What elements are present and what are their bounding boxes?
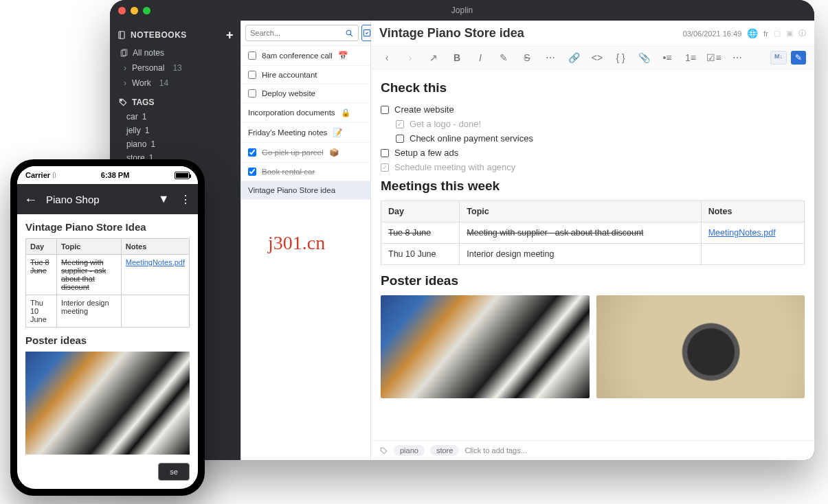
strike-button[interactable]: S xyxy=(519,51,535,65)
note-label: Deploy website xyxy=(262,89,315,98)
note-content[interactable]: Check this Create website✓Get a logo - d… xyxy=(371,69,814,440)
note-emoji-icon: 🔒 xyxy=(341,108,350,117)
note-checkbox[interactable] xyxy=(248,71,256,79)
minimize-icon[interactable] xyxy=(131,7,138,14)
checkbox-icon[interactable] xyxy=(381,106,389,114)
note-list-item[interactable]: Incorporation documents🔒 xyxy=(241,103,370,123)
tag-chip[interactable]: piano xyxy=(394,445,425,456)
note-datetime: 03/06/2021 16:49 xyxy=(683,30,742,38)
edit-toggle[interactable]: ✎ xyxy=(791,51,806,65)
dropdown-icon[interactable]: ▼ xyxy=(158,193,169,206)
notes-link[interactable]: MeetingNotes.pdf xyxy=(708,228,776,238)
note-checkbox[interactable] xyxy=(248,89,256,98)
add-notebook-button[interactable]: + xyxy=(226,29,234,41)
phone-overlay-button[interactable]: se xyxy=(158,463,190,481)
checklist-icon[interactable]: ☑≡ xyxy=(706,51,721,65)
note-title[interactable]: Vintage Piano Store idea xyxy=(379,26,524,41)
note-label: 8am conference call xyxy=(262,51,333,60)
window-controls xyxy=(118,7,150,14)
note-checkbox[interactable] xyxy=(248,168,256,176)
poster-image-turntable xyxy=(596,295,805,398)
search-input[interactable] xyxy=(245,25,359,41)
phone-poster-heading: Poster ideas xyxy=(25,334,190,346)
tag-placeholder[interactable]: Click to add tags... xyxy=(465,446,527,455)
note-list-item[interactable]: Vintage Piano Store idea xyxy=(241,181,370,200)
titlebar: Joplin xyxy=(110,0,814,21)
table-header: Day xyxy=(381,201,460,222)
checkbox-icon[interactable]: ✓ xyxy=(381,163,389,172)
checklist-item[interactable]: Setup a few ads xyxy=(381,146,805,160)
clock: 6:38 PM xyxy=(101,171,130,179)
link-icon[interactable]: 🔗 xyxy=(566,51,581,65)
checkbox-icon[interactable] xyxy=(396,135,404,143)
note-label: Incorporation documents xyxy=(248,108,335,117)
sidebar-item-work[interactable]: › Work 14 xyxy=(110,76,240,91)
tag-chip[interactable]: store xyxy=(430,445,459,456)
search-field[interactable] xyxy=(250,29,345,37)
tag-count: 1 xyxy=(150,139,155,149)
maximize-icon[interactable] xyxy=(143,7,150,14)
checklist-item[interactable]: ✓Get a logo - done! xyxy=(396,117,805,131)
code-icon[interactable]: <> xyxy=(590,51,605,65)
sidebar-item-personal[interactable]: › Personal 13 xyxy=(110,60,240,76)
layout-icon[interactable]: ▢ xyxy=(774,29,781,38)
note-checkbox[interactable] xyxy=(248,148,256,157)
codeblock-icon[interactable]: { } xyxy=(613,51,628,65)
back-button[interactable]: ‹ xyxy=(379,51,394,65)
attach-icon[interactable]: 📎 xyxy=(636,51,651,65)
ul-icon[interactable]: •≡ xyxy=(660,51,675,65)
svg-point-4 xyxy=(121,100,122,102)
forward-button[interactable]: › xyxy=(403,51,418,65)
phone-note-body[interactable]: Vintage Piano Store Idea DayTopicNotes T… xyxy=(17,214,198,489)
more-icon[interactable]: ⋯ xyxy=(543,51,558,65)
menu-icon[interactable]: ⋮ xyxy=(180,193,191,206)
notebooks-label: NOTEBOOKS xyxy=(131,30,187,40)
notes-link[interactable]: MeetingNotes.pdf xyxy=(126,258,185,266)
folder-label: Work xyxy=(132,78,151,88)
cell-topic: Meeting with supplier - ask about that d… xyxy=(460,222,701,244)
carrier-label: Carrier xyxy=(25,171,50,179)
layout-icon[interactable]: ▣ xyxy=(786,29,793,38)
checklist-item[interactable]: Create website xyxy=(381,102,805,117)
checklist-item[interactable]: Check online payment services xyxy=(396,131,805,146)
note-list-item[interactable]: Friday's Meeting notes📝 xyxy=(241,123,370,143)
checkbox-icon[interactable]: ✓ xyxy=(396,120,404,128)
note-list-item[interactable]: Go pick up parcel📦 xyxy=(241,143,370,163)
note-checkbox[interactable] xyxy=(248,51,256,60)
note-list-item[interactable]: Book rental car xyxy=(241,163,370,181)
note-label: Go pick up parcel xyxy=(262,148,324,157)
more-icon[interactable]: ⋯ xyxy=(730,51,745,65)
checklist-label: Create website xyxy=(394,104,454,115)
nav-title: Piano Shop xyxy=(46,194,150,205)
info-icon[interactable]: ⓘ xyxy=(798,28,806,38)
note-list-item[interactable]: Hire accountant xyxy=(241,66,370,84)
ol-icon[interactable]: 1≡ xyxy=(683,51,698,65)
bold-button[interactable]: B xyxy=(449,51,465,65)
svg-point-5 xyxy=(346,30,351,35)
spell-lang[interactable]: fr xyxy=(763,30,768,38)
table-header: Notes xyxy=(701,201,804,222)
tag-jelly[interactable]: jelly1 xyxy=(110,124,240,137)
italic-button[interactable]: I xyxy=(473,51,488,65)
checklist-item[interactable]: ✓Schedule meeting with agency xyxy=(381,160,805,174)
folder-count: 14 xyxy=(159,78,168,88)
tag-car[interactable]: car1 xyxy=(110,110,240,124)
note-label: Book rental car xyxy=(262,168,315,176)
markdown-toggle[interactable]: M↓ xyxy=(770,51,787,65)
sidebar-all-notes[interactable]: All notes xyxy=(110,45,240,60)
globe-icon[interactable]: 🌐 xyxy=(747,28,758,38)
svg-line-6 xyxy=(350,34,353,36)
external-link-icon[interactable]: ↗ xyxy=(426,51,441,65)
checkbox-icon[interactable] xyxy=(381,149,389,157)
close-icon[interactable] xyxy=(118,7,126,14)
note-list-item[interactable]: Deploy website xyxy=(241,84,370,103)
back-button[interactable]: ← xyxy=(24,192,38,207)
battery-icon xyxy=(175,172,190,179)
tag-bar[interactable]: piano store Click to add tags... xyxy=(371,440,814,460)
highlight-button[interactable]: ✎ xyxy=(496,51,511,65)
tag-piano[interactable]: piano1 xyxy=(110,137,240,151)
table-header: Topic xyxy=(56,239,121,255)
note-list-item[interactable]: 8am conference call📅 xyxy=(241,46,370,66)
tag-label: piano xyxy=(126,139,146,149)
note-label: Hire accountant xyxy=(262,71,317,79)
